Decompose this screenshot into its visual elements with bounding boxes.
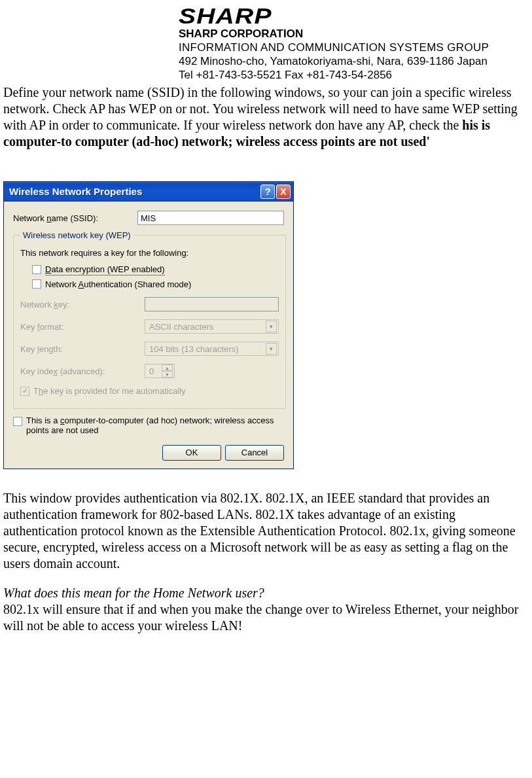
adhoc-checkbox[interactable]: [13, 417, 22, 426]
chevron-down-icon: ▾: [266, 321, 277, 332]
corporation-name: SHARP CORPORATION: [179, 27, 527, 41]
close-button[interactable]: X: [276, 185, 291, 199]
auth-paragraph: This window provides authentication via …: [3, 490, 527, 572]
wep-description: This network requires a key for the foll…: [20, 248, 279, 258]
address-line: 492 Minosho-cho, Yamatokoriyama-shi, Nar…: [179, 55, 527, 68]
auto-key-checkbox: ✓: [20, 387, 29, 396]
spinner-down-icon: ▼: [162, 371, 173, 378]
network-auth-label: Network Authentication (Shared mode): [45, 279, 191, 290]
ok-button[interactable]: OK: [162, 445, 221, 461]
data-encryption-label: Data encryption (WEP enabled): [45, 264, 165, 275]
question-heading: What does this mean for the Home Network…: [3, 585, 527, 601]
key-index-spinner: 0 ▲ ▼: [145, 364, 175, 378]
network-key-input: [145, 297, 279, 311]
ssid-label: Network name (SSID):: [13, 213, 137, 223]
auto-key-label: The key is provided for me automatically: [33, 386, 186, 397]
data-encryption-checkbox[interactable]: [32, 265, 41, 274]
ssid-input[interactable]: [137, 211, 284, 225]
wireless-properties-dialog: Wireless Network Properties ? X Network …: [3, 181, 294, 469]
dialog-titlebar[interactable]: Wireless Network Properties ? X: [4, 182, 293, 202]
close-icon: X: [280, 186, 286, 197]
chevron-down-icon: ▾: [266, 343, 277, 355]
wep-groupbox: Wireless network key (WEP) This network …: [13, 230, 286, 409]
key-index-label: Key index (advanced):: [20, 366, 145, 376]
document-header: SHARP SHARP CORPORATION INFORMATION AND …: [179, 3, 527, 82]
key-format-label: Key format:: [20, 322, 145, 332]
spinner-up-icon: ▲: [162, 364, 173, 371]
dialog-title: Wireless Network Properties: [9, 186, 260, 197]
group-name: INFORMATION AND COMMUNICATION SYSTEMS GR…: [179, 41, 527, 54]
help-button[interactable]: ?: [260, 185, 275, 199]
wep-legend: Wireless network key (WEP): [20, 230, 133, 240]
network-auth-checkbox[interactable]: [32, 279, 41, 289]
key-length-select: 104 bits (13 characters) ▾: [145, 342, 279, 356]
sharp-logo: SHARP: [179, 3, 532, 29]
intro-paragraph: Define your network name (SSID) in the f…: [3, 84, 527, 150]
key-length-label: Key length:: [20, 344, 145, 354]
answer-paragraph: 802.1x will ensure that if and when you …: [3, 601, 527, 634]
key-format-select: ASCII characters ▾: [145, 319, 279, 334]
cancel-button[interactable]: Cancel: [225, 445, 284, 461]
network-key-label: Network key:: [20, 300, 145, 309]
tel-fax-line: Tel +81-743-53-5521 Fax +81-743-54-2856: [179, 69, 527, 82]
adhoc-label: This is a computer-to-computer (ad hoc) …: [26, 416, 284, 436]
help-icon: ?: [264, 186, 270, 197]
